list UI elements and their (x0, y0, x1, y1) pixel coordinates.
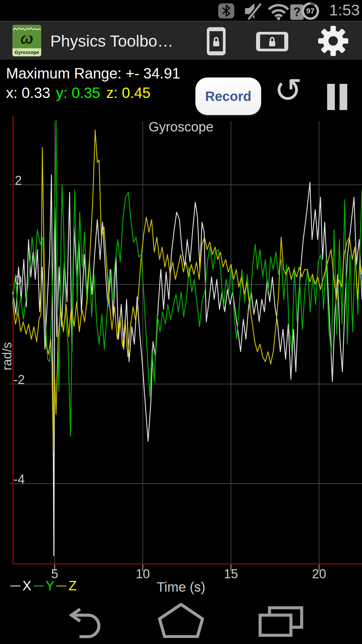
gyroscope-chart (0, 116, 362, 572)
y-tick-0: 0 (15, 273, 22, 287)
nav-bar (0, 600, 362, 644)
y-tick-n2: -2 (13, 373, 25, 387)
legend-label-z: Z (68, 578, 76, 593)
z-value: z: 0.45 (106, 85, 150, 101)
back-icon[interactable] (62, 606, 106, 639)
y-value: y: 0.35 (56, 85, 100, 101)
legend-dash-x (10, 585, 20, 587)
omega-symbol: ω (12, 30, 41, 48)
x-tick-15: 15 (218, 567, 244, 581)
series-x (13, 175, 362, 556)
battery-percent: 97 (306, 7, 314, 15)
x-tick-20: 20 (306, 567, 333, 581)
app-title: Physics Toolbo… (50, 32, 173, 50)
legend-label-y: Y (46, 578, 55, 593)
y-tick-n4: -4 (13, 472, 25, 487)
settings-gear-icon[interactable] (317, 25, 349, 57)
reset-icon[interactable]: ↺ (274, 74, 302, 107)
legend-dash-z (56, 585, 66, 587)
wifi-icon (267, 2, 290, 20)
y-tick-2: 2 (15, 173, 22, 188)
x-axis-label: Time (s) (131, 580, 231, 595)
recents-icon[interactable] (257, 605, 304, 637)
battery-icon: 97 (302, 2, 319, 20)
app-icon-label: Gyroscope (12, 48, 41, 56)
legend-label-x: X (22, 578, 32, 593)
pause-icon[interactable] (327, 84, 347, 111)
bluetooth-icon (218, 3, 235, 19)
x-axis-tick-marks (55, 564, 319, 571)
x-value: x: 0.33 (6, 85, 50, 101)
series-y (13, 120, 362, 436)
legend-dash-y (34, 585, 44, 587)
chart-series (13, 120, 362, 556)
readout-panel: Maximum Range: +- 34.91 x: 0.33 y: 0.35 … (0, 60, 362, 116)
app-icon: ω Gyroscope (12, 25, 41, 56)
clock: 1:53 (329, 1, 360, 19)
mute-icon (244, 2, 263, 20)
y-axis-label: rad/s (0, 333, 13, 380)
record-button[interactable]: Record (195, 77, 261, 115)
status-bar: ? 97 1:53 (0, 0, 362, 21)
chart-legend: X Y Z (9, 578, 78, 593)
app-screen: ? 97 1:53 ω Gyroscope Physics Toolbo… (0, 0, 362, 644)
max-range-label: Maximum Range: +- 34.91 (6, 65, 180, 82)
home-icon[interactable] (158, 603, 204, 638)
x-tick-10: 10 (129, 567, 156, 581)
app-bar: ω Gyroscope Physics Toolbo… (0, 21, 362, 60)
landscape-lock-icon[interactable] (255, 31, 289, 52)
portrait-lock-icon[interactable] (206, 26, 227, 56)
